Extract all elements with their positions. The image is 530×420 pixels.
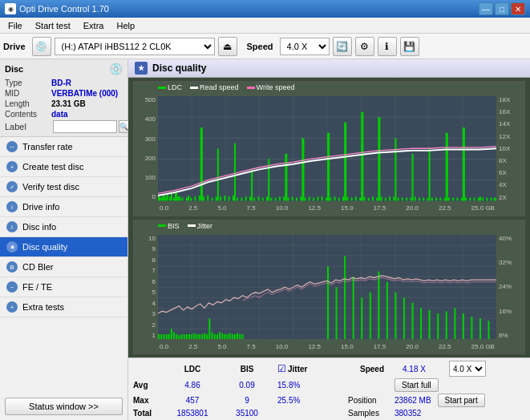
svg-rect-175 bbox=[378, 271, 379, 339]
sidebar-item-disc-info[interactable]: i Disc info bbox=[0, 217, 127, 237]
stats-col-speed-label: Speed bbox=[348, 365, 396, 374]
svg-rect-172 bbox=[353, 277, 354, 339]
svg-rect-182 bbox=[437, 313, 439, 339]
svg-rect-155 bbox=[208, 318, 210, 339]
position-label: Position bbox=[348, 396, 377, 405]
menu-start-test[interactable]: Start test bbox=[30, 19, 75, 32]
read-legend-label: Read speed bbox=[200, 83, 239, 91]
maximize-button[interactable]: □ bbox=[495, 2, 509, 15]
save-button[interactable]: 💾 bbox=[400, 37, 419, 56]
chart2-container: BIS Jitter 10 9 8 7 6 5 4 3 bbox=[133, 220, 525, 355]
jitter-checkbox[interactable]: ☑ bbox=[277, 363, 286, 374]
svg-rect-170 bbox=[336, 287, 338, 339]
disc-label-input[interactable] bbox=[53, 120, 117, 133]
disc-type-field: Type BD-R bbox=[5, 79, 123, 87]
stats-col-jitter: Jitter bbox=[288, 365, 307, 374]
svg-rect-21 bbox=[217, 148, 219, 200]
status-window-button[interactable]: Status window >> bbox=[5, 398, 123, 415]
sidebar-item-create-test-disc[interactable]: + Create test disc bbox=[0, 157, 127, 177]
disc-mid-field: MID VERBATIMe (000) bbox=[5, 89, 123, 98]
sidebar-item-cd-bler[interactable]: B CD Bler bbox=[0, 257, 127, 277]
svg-rect-30 bbox=[378, 117, 380, 200]
minimize-button[interactable]: — bbox=[479, 2, 493, 15]
sidebar-item-drive-info[interactable]: i Drive info bbox=[0, 197, 127, 217]
disc-length-label: Length bbox=[5, 99, 51, 108]
avg-speed-value: 4.18 X bbox=[403, 365, 426, 374]
bis-legend-label: BIS bbox=[168, 222, 180, 230]
chart2-y-axis-left: 10 9 8 7 6 5 4 3 2 1 bbox=[134, 235, 158, 340]
avg-bis: 0.09 bbox=[223, 381, 271, 390]
disc-panel-header: Disc 💿 bbox=[5, 63, 123, 75]
svg-rect-17 bbox=[175, 192, 177, 200]
title-bar-controls: — □ ✕ bbox=[479, 2, 525, 15]
svg-rect-27 bbox=[327, 133, 330, 201]
main-content: Disc 💿 Type BD-R MID VERBATIMe (000) Len… bbox=[0, 59, 530, 420]
svg-rect-163 bbox=[229, 333, 231, 339]
svg-rect-153 bbox=[204, 333, 205, 339]
svg-rect-22 bbox=[234, 143, 236, 201]
disc-panel: Disc 💿 Type BD-R MID VERBATIMe (000) Len… bbox=[0, 59, 127, 137]
start-part-button[interactable]: Start part bbox=[438, 394, 485, 407]
sidebar-item-transfer-rate[interactable]: ↔ Transfer rate bbox=[0, 137, 127, 157]
title-bar-left: ◉ Opti Drive Control 1.70 bbox=[5, 3, 109, 14]
disc-quality-icon: ★ bbox=[6, 241, 18, 252]
svg-rect-183 bbox=[446, 311, 447, 339]
svg-rect-181 bbox=[429, 309, 431, 339]
menu-help[interactable]: Help bbox=[111, 19, 140, 32]
verify-test-disc-icon: ✓ bbox=[6, 181, 18, 192]
stats-col-bis: BIS bbox=[223, 365, 271, 374]
jitter-legend-label: Jitter bbox=[197, 222, 213, 230]
sidebar-item-label-disc-info: Disc info bbox=[22, 222, 56, 232]
svg-rect-28 bbox=[344, 123, 346, 201]
chart1-y-axis-left: 500 400 300 200 100 0 bbox=[134, 96, 158, 201]
total-bis: 35100 bbox=[223, 409, 271, 418]
chart1-svg bbox=[158, 96, 496, 201]
chart1-legend: LDC Read speed Write speed bbox=[158, 83, 294, 91]
max-label: Max bbox=[133, 396, 162, 405]
svg-rect-25 bbox=[285, 154, 287, 201]
info-button[interactable]: ℹ bbox=[378, 37, 397, 56]
menu-extra[interactable]: Extra bbox=[79, 19, 109, 32]
position-value: 23862 MB bbox=[394, 396, 431, 405]
disc-info-icon: i bbox=[6, 221, 18, 232]
svg-rect-149 bbox=[193, 333, 195, 339]
chart2-svg bbox=[158, 235, 496, 340]
sidebar-item-extra-tests[interactable]: + Extra tests bbox=[0, 297, 127, 317]
max-pos-label: Position bbox=[348, 396, 388, 405]
speed-select-stats[interactable]: 4.0 X bbox=[449, 361, 486, 377]
chart1-legend-write: Write speed bbox=[247, 83, 295, 91]
eject-button[interactable]: ⏏ bbox=[218, 37, 237, 56]
disc-icon: 💿 bbox=[109, 63, 123, 75]
sidebar-item-disc-quality[interactable]: ★ Disc quality bbox=[0, 237, 127, 257]
svg-rect-29 bbox=[361, 112, 363, 201]
write-legend-dot bbox=[247, 87, 255, 89]
total-label: Total bbox=[133, 409, 162, 418]
sidebar-item-label-drive-info: Drive info bbox=[22, 202, 59, 212]
svg-rect-31 bbox=[394, 138, 396, 200]
drive-select[interactable]: (H:) ATAPI iHBS112 2 CL0K bbox=[55, 38, 215, 55]
refresh-button[interactable]: 🔄 bbox=[333, 37, 352, 56]
start-full-button[interactable]: Start full bbox=[394, 378, 439, 392]
svg-rect-26 bbox=[301, 138, 304, 200]
disc-length-value: 23.31 GB bbox=[51, 99, 86, 108]
settings-button[interactable]: ⚙ bbox=[355, 37, 374, 56]
svg-rect-176 bbox=[386, 281, 388, 339]
chart2-x-axis: 0.0 2.5 5.0 7.5 10.0 12.5 15.0 17.5 20.0… bbox=[158, 339, 496, 353]
sidebar-item-fe-te[interactable]: ~ FE / TE bbox=[0, 277, 127, 297]
svg-rect-20 bbox=[200, 127, 203, 200]
fe-te-icon: ~ bbox=[6, 281, 18, 293]
stats-total-row: Total 1853801 35100 Samples 380352 bbox=[133, 409, 525, 418]
toolbar: Drive 💿 (H:) ATAPI iHBS112 2 CL0K ⏏ Spee… bbox=[0, 34, 530, 59]
speed-select-toolbar[interactable]: 4.0 X 8.0 X 16.0 X bbox=[280, 38, 330, 55]
drive-info-icon: i bbox=[6, 201, 18, 212]
svg-rect-33 bbox=[429, 148, 431, 200]
bis-legend-dot bbox=[158, 224, 166, 227]
menu-file[interactable]: File bbox=[3, 19, 27, 32]
svg-rect-169 bbox=[327, 266, 329, 339]
stats-area: LDC BIS ☑ Jitter Speed 4.18 X 4.0 X Avg … bbox=[128, 357, 530, 420]
sidebar-item-verify-test-disc[interactable]: ✓ Verify test disc bbox=[0, 177, 127, 197]
sidebar-item-label-cd-bler: CD Bler bbox=[22, 262, 54, 272]
svg-rect-179 bbox=[412, 302, 414, 339]
svg-rect-186 bbox=[471, 316, 472, 339]
close-button[interactable]: ✕ bbox=[511, 2, 525, 15]
